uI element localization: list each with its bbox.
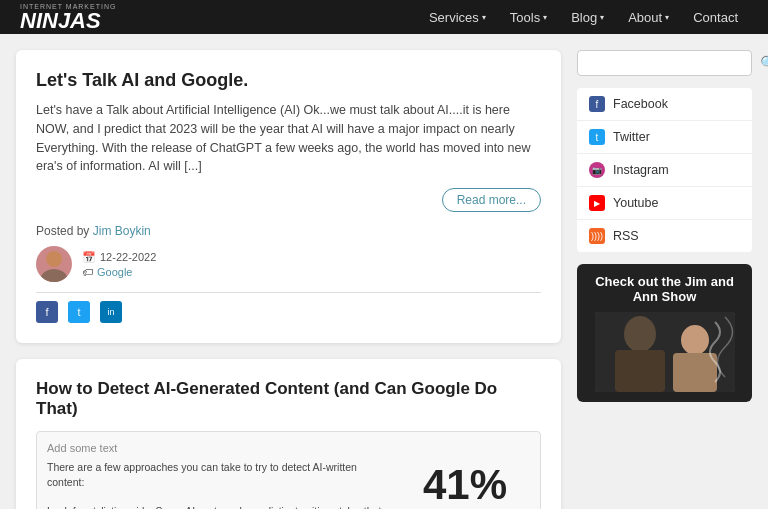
tag-icon: 🏷 (82, 266, 93, 278)
svg-point-5 (681, 325, 709, 355)
logo-main-text: NINJAS (20, 10, 101, 32)
chevron-down-icon: ▾ (600, 13, 604, 22)
article-social-row: f t in (36, 292, 541, 323)
nav-about[interactable]: About ▾ (618, 0, 679, 34)
jim-ann-image (595, 312, 735, 392)
logo-wrapper: INTERNET MARKETING NINJAS (20, 3, 116, 32)
nav-services[interactable]: Services ▾ (419, 0, 496, 34)
svg-point-1 (41, 269, 67, 282)
linkedin-share-icon[interactable]: in (100, 301, 122, 323)
header: INTERNET MARKETING NINJAS Services ▾ Too… (0, 0, 768, 34)
svg-point-3 (624, 316, 656, 352)
big-percent: 41% (423, 464, 507, 506)
content-area: Let's Talk AI and Google. Let's have a T… (16, 50, 561, 509)
rss-icon: )))) (589, 228, 605, 244)
nav-blog[interactable]: Blog ▾ (561, 0, 614, 34)
meta-date: 📅 12-22-2022 (82, 251, 156, 264)
article-2-title: How to Detect AI-Generated Content (and … (36, 379, 541, 419)
avatar (36, 246, 72, 282)
meta-tag: 🏷 Google (82, 266, 156, 278)
inner-paragraph: There are a few approaches you can take … (47, 460, 388, 509)
article-card-1: Let's Talk AI and Google. Let's have a T… (16, 50, 561, 343)
svg-point-0 (46, 251, 62, 267)
chevron-down-icon: ▾ (543, 13, 547, 22)
article-inner-left: Add some text There are a few approaches… (47, 442, 388, 509)
chevron-down-icon: ▾ (482, 13, 486, 22)
tag-link[interactable]: Google (97, 266, 132, 278)
sidebar: 🔍 f Facebook t Twitter 📷 Instagram ▶ You… (577, 50, 752, 509)
article-1-title: Let's Talk AI and Google. (36, 70, 541, 91)
search-input[interactable] (586, 56, 754, 71)
inner-add-text: Add some text (47, 442, 388, 454)
twitter-icon: t (589, 129, 605, 145)
jim-ann-promo[interactable]: Check out the Jim and Ann Show (577, 264, 752, 402)
rss-link[interactable]: )))) RSS (577, 220, 752, 252)
article-1-excerpt: Let's have a Talk about Artificial Intel… (36, 101, 541, 176)
jim-ann-title: Check out the Jim and Ann Show (587, 274, 742, 304)
facebook-link[interactable]: f Facebook (577, 88, 752, 121)
logo-area: INTERNET MARKETING NINJAS (20, 3, 116, 32)
facebook-icon: f (589, 96, 605, 112)
calendar-icon: 📅 (82, 251, 96, 264)
facebook-share-icon[interactable]: f (36, 301, 58, 323)
nav-contact[interactable]: Contact (683, 0, 748, 34)
twitter-share-icon[interactable]: t (68, 301, 90, 323)
youtube-link[interactable]: ▶ Youtube (577, 187, 752, 220)
main-layout: Let's Talk AI and Google. Let's have a T… (0, 34, 768, 509)
article-inner: Add some text There are a few approaches… (36, 431, 541, 509)
author-link[interactable]: Jim Boykin (93, 224, 151, 238)
instagram-icon: 📷 (589, 162, 605, 178)
read-more-button[interactable]: Read more... (442, 188, 541, 212)
article-inner-right: 41% HUMAN-GENERATED CONTENT (400, 442, 530, 509)
posted-by: Posted by Jim Boykin (36, 224, 541, 238)
social-links: f Facebook t Twitter 📷 Instagram ▶ Youtu… (577, 88, 752, 252)
svg-rect-6 (673, 353, 717, 392)
instagram-link[interactable]: 📷 Instagram (577, 154, 752, 187)
jim-ann-inner: Check out the Jim and Ann Show (577, 264, 752, 402)
search-box: 🔍 (577, 50, 752, 76)
chevron-down-icon: ▾ (665, 13, 669, 22)
read-more-wrap: Read more... (36, 188, 541, 212)
author-row: 📅 12-22-2022 🏷 Google (36, 246, 541, 282)
youtube-icon: ▶ (589, 195, 605, 211)
meta-info: 📅 12-22-2022 🏷 Google (82, 251, 156, 278)
article-card-2: How to Detect AI-Generated Content (and … (16, 359, 561, 509)
main-nav: Services ▾ Tools ▾ Blog ▾ About ▾ Contac… (419, 0, 748, 34)
nav-tools[interactable]: Tools ▾ (500, 0, 557, 34)
twitter-link[interactable]: t Twitter (577, 121, 752, 154)
search-button[interactable]: 🔍 (760, 55, 768, 71)
svg-rect-4 (615, 350, 665, 392)
